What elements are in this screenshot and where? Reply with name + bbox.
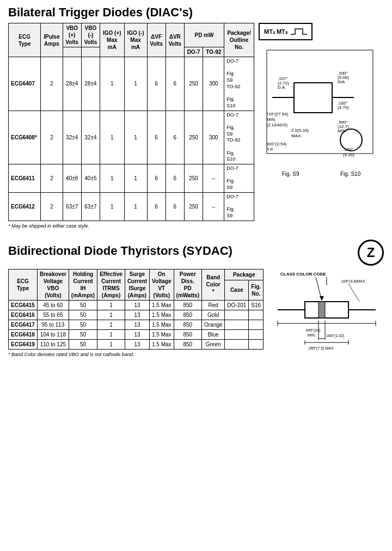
sydac-cell-vt: 1.5 Max [150, 339, 174, 349]
sydac-cell-type: ECG6418 [9, 329, 38, 339]
svg-text:.040"(1.02): .040"(1.02) [326, 334, 344, 338]
diac-table-area: ECGType IPulseAmps VBO(+)Volts VBO(-)Vol… [8, 23, 254, 229]
diac-cell-pd-do7: 250 [184, 164, 203, 193]
svg-text:D.A.: D.A. [278, 85, 286, 90]
sydac-cell-band: Blue [201, 329, 224, 339]
diac-cell-pd-to92: -- [203, 164, 224, 193]
sydac-col-band: BandColor* [201, 269, 224, 300]
svg-text:MAX.: MAX. [291, 133, 302, 138]
diac-col-ecg-type: ECGType [9, 23, 41, 57]
diac-col-dvf: ΔVFVolts [147, 23, 166, 57]
diac-cell-dvf: 6 [147, 164, 166, 193]
diac-cell-vbo-minus: 28±4 [81, 57, 100, 111]
diac-cell-ipulse: 2 [41, 111, 63, 164]
svg-text:.295"(7.5) MAX: .295"(7.5) MAX [308, 346, 334, 351]
svg-rect-29 [318, 302, 325, 318]
sydac-col-pd: PowerDiss.PD(mWatts) [174, 269, 201, 300]
sydac-cell-pd: 850 [174, 310, 201, 320]
sydac-diagram: CLASS COLOR CODE .109 [275, 269, 378, 356]
sydac-cell-pd: 850 [174, 320, 201, 329]
diac-cell-ipulse: 2 [41, 164, 63, 193]
diac-table: ECGType IPulseAmps VBO(+)Volts VBO(-)Vol… [8, 23, 254, 221]
sydac-cell-ih: 50 [69, 300, 97, 310]
sydac-header-row: ECGType BreakoverVoltageVBO(Volts) Holdi… [9, 269, 264, 280]
diac-cell-vbo-minus: 32±4 [81, 111, 100, 164]
diac-cell-dvf: 6 [147, 111, 166, 164]
diac-sub-vbo-plus [63, 47, 81, 57]
diac-cell-pd-do7: 250 [184, 192, 203, 221]
diac-cell-package: DO-7Fig.S9TO-92Fig.S10 [224, 111, 254, 164]
diac-col-igo-minus: IGO (-)MaxmA [124, 23, 147, 57]
sydac-cell-ih: 50 [69, 329, 97, 339]
sydac-cell-pd: 850 [174, 300, 201, 310]
diac-cell-package: DO-7Fig.S9 [224, 164, 254, 193]
diac-table-body: ECG6407 2 28±4 28±4 1 1 6 6 250 300 DO-7… [9, 57, 254, 221]
diac-cell-vbo-plus: 40±6 [63, 164, 81, 193]
diac-cell-igo-minus: 1 [124, 57, 147, 111]
diac-col-pd: PD mW [184, 23, 224, 47]
sydac-cell-pd: 850 [174, 339, 201, 349]
sydac-cell-isurge: 13 [125, 310, 149, 320]
diac-footnote: * May be shipped in either case style. [8, 223, 254, 229]
sydac-cell-ih: 50 [69, 320, 97, 329]
sydac-cell-isurge: 13 [125, 329, 149, 339]
diac-mt-label: MT₁ MT₂ [264, 28, 287, 35]
diac-cell-dvr: 6 [166, 164, 184, 193]
sydac-cell-vbo: 104 to 118 [37, 329, 69, 339]
diac-fig-s9-label: Fig. S9 [282, 171, 299, 177]
sydac-row-4: ECG6419 110 to 125 50 1 13 1.5 Max 850 G… [9, 339, 264, 349]
svg-text:2.0(5.33): 2.0(5.33) [291, 128, 309, 133]
diac-cell-igo-minus: 1 [124, 192, 147, 221]
sydac-cell-band: Gold [201, 310, 224, 320]
sydac-section: Bidirectional Diode Thyristors (SYDAC) Z… [8, 240, 384, 357]
sydac-cell-ih: 50 [69, 339, 97, 349]
diac-waveform-icon [291, 26, 307, 37]
sydac-col-type: ECGType [9, 269, 38, 300]
diac-fig-s10-label: Fig. S10 [340, 171, 360, 177]
diac-cell-dvr: 6 [166, 57, 184, 111]
sydac-col-vt: OnVoltageVT(Volts) [150, 269, 174, 300]
diac-cell-vbo-plus: 28±4 [63, 57, 81, 111]
diac-col-vbo-minus: VBO(-)Volts [81, 23, 100, 47]
diac-row-2: ECG6411 2 40±6 40±5 1 1 6 6 250 -- DO-7F… [9, 164, 254, 193]
diac-cell-type: ECG6408* [9, 111, 41, 164]
diac-sub-do7: DO-7 [184, 47, 203, 57]
diac-col-igo-plus: IGO (+)MaxmA [100, 23, 125, 57]
diac-sub-vbo-minus [81, 47, 100, 57]
svg-rect-1 [294, 83, 332, 113]
diac-cell-package: DO-7Fig.S9TO-92Fig.S10 [224, 57, 254, 111]
sydac-cell-vt: 1.5 Max [150, 300, 174, 310]
sydac-cell-it: 1 [97, 300, 125, 310]
sydac-cell-vbo: 110 to 125 [37, 339, 69, 349]
sydac-cell-vt: 1.5 Max [150, 310, 174, 320]
sydac-cell-case [225, 320, 249, 329]
sydac-cell-fig [249, 320, 264, 329]
svg-text:MIN.: MIN. [267, 117, 276, 122]
sydac-title-row: Bidirectional Diode Thyristors (SYDAC) Z [8, 240, 384, 266]
diac-cell-pd-to92: 300 [203, 111, 224, 164]
svg-rect-28 [305, 302, 348, 318]
sydac-cell-ih: 50 [69, 310, 97, 320]
diac-col-vbo-plus: VBO(+)Volts [63, 23, 81, 47]
diac-cell-package: DO-7Fig.S9 [224, 192, 254, 221]
svg-text:(4.70): (4.70) [338, 105, 349, 110]
svg-text:I.I0"(27.94): I.I0"(27.94) [267, 112, 289, 117]
diac-section: Bilateral Trigger Diodes (DIAC's) ECGTyp… [8, 5, 384, 229]
diac-cell-vbo-minus: 40±5 [81, 164, 100, 193]
sydac-cell-case [225, 310, 249, 320]
sydac-layout: ECGType BreakoverVoltageVBO(Volts) Holdi… [8, 269, 384, 357]
diac-title: Bilateral Trigger Diodes (DIAC's) [8, 5, 384, 20]
svg-text:I0G"(2.54): I0G"(2.54) [267, 142, 287, 146]
sydac-cell-type: ECG6419 [9, 339, 38, 349]
sydac-row-1: ECG6416 55 to 65 50 1 13 1.5 Max 850 Gol… [9, 310, 264, 320]
sydac-cell-type: ECG6417 [9, 320, 38, 329]
diac-cell-vbo-plus: 32±4 [63, 111, 81, 164]
sydac-table-body: ECG6415 45 to 60 50 1 13 1.5 Max 850 Red… [9, 300, 264, 349]
diac-cell-pd-to92: -- [203, 192, 224, 221]
svg-rect-0 [267, 50, 373, 154]
sydac-cell-isurge: 13 [125, 300, 149, 310]
sydac-diagram-area: CLASS COLOR CODE .109 [275, 269, 384, 357]
svg-text:DIA: DIA [338, 79, 345, 84]
sydac-sub-case: Case [225, 280, 249, 300]
sydac-cell-it: 1 [97, 310, 125, 320]
